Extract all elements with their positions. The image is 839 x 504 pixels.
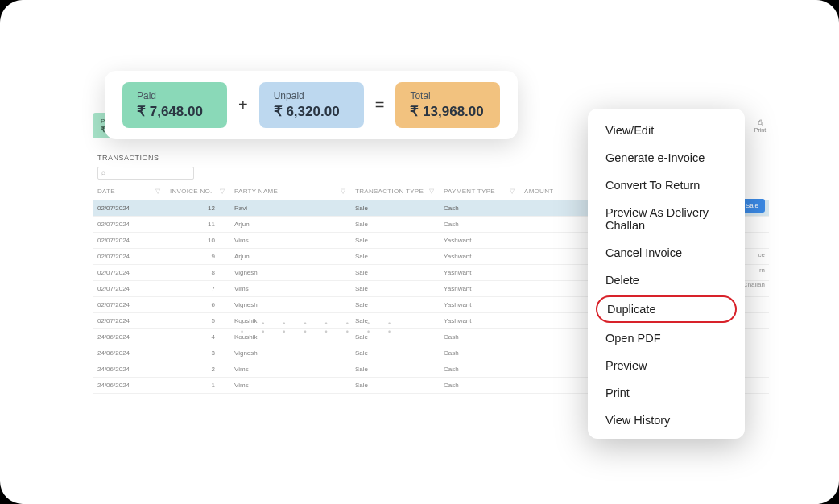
equals-operator: =: [375, 96, 385, 114]
filter-icon[interactable]: ▽: [155, 188, 160, 195]
cell-invoice-no: 10: [165, 233, 229, 249]
menu-item-view-edit[interactable]: View/Edit: [588, 117, 745, 144]
cell-invoice-no: 12: [165, 200, 229, 217]
cell-date: 24/06/2024: [93, 329, 165, 345]
plus-operator: +: [238, 96, 248, 114]
cell-ttype: Sale: [350, 378, 439, 394]
cell-party: Vims: [229, 233, 350, 249]
cell-ptype: Yashwant: [439, 313, 519, 329]
cell-ttype: Sale: [350, 345, 439, 361]
cell-ttype: Sale: [350, 249, 439, 265]
paid-card: Paid ₹ 7,648.00: [122, 82, 227, 128]
cell-ptype: Cash: [439, 217, 519, 233]
cell-date: 24/06/2024: [93, 345, 165, 361]
col-party-name[interactable]: PARTY NAME▽: [229, 183, 350, 200]
cell-ttype: Sale: [350, 217, 439, 233]
menu-item-delete[interactable]: Delete: [588, 266, 745, 294]
cell-invoice-no: 1: [165, 378, 229, 394]
cell-invoice-no: 9: [165, 249, 229, 265]
cell-date: 24/06/2024: [93, 378, 165, 394]
cell-party: Vims: [229, 378, 350, 394]
cell-party: Vims: [229, 361, 350, 378]
app-window: Paid ₹ 7,648.00 + Unpaid ₹ 6,320.00 = To…: [0, 0, 839, 504]
cell-ttype: Sale: [350, 297, 439, 313]
cell-ptype: Yashwant: [439, 233, 519, 249]
cell-party: Vims: [229, 281, 350, 297]
search-input[interactable]: ⌕: [97, 167, 194, 180]
cell-party: Vignesh: [229, 345, 350, 361]
cell-invoice-no: 6: [165, 297, 229, 313]
paid-label: Paid: [137, 90, 213, 101]
cell-date: 02/07/2024: [93, 281, 165, 297]
menu-item-open-pdf[interactable]: Open PDF: [588, 324, 745, 352]
cell-ttype: Sale: [350, 361, 439, 378]
menu-item-preview[interactable]: Preview: [588, 352, 745, 379]
cell-invoice-no: 2: [165, 361, 229, 378]
col-invoice-no[interactable]: INVOICE NO.▽: [165, 183, 229, 200]
cell-invoice-no: 8: [165, 265, 229, 281]
col-date[interactable]: DATE▽: [93, 183, 165, 200]
unpaid-card: Unpaid ₹ 6,320.00: [259, 82, 364, 128]
menu-item-generate-e-invoice[interactable]: Generate e-Invoice: [588, 144, 745, 171]
total-card: Total ₹ 13,968.00: [395, 82, 500, 128]
unpaid-value: ₹ 6,320.00: [274, 103, 349, 120]
col-payment-type[interactable]: PAYMENT TYPE▽: [439, 183, 519, 200]
decorative-dots: • • • • • • • • • • • • • • • •: [241, 320, 395, 336]
print-button[interactable]: ⎙ Print: [752, 118, 768, 141]
cell-party: Arjun: [229, 217, 350, 233]
summary-popup: Paid ₹ 7,648.00 + Unpaid ₹ 6,320.00 = To…: [105, 71, 518, 139]
col-transaction-type[interactable]: TRANSACTION TYPE▽: [350, 183, 439, 200]
cell-date: 02/07/2024: [93, 249, 165, 265]
cell-date: 24/06/2024: [93, 361, 165, 378]
cell-ttype: Sale: [350, 233, 439, 249]
cell-invoice-no: 7: [165, 281, 229, 297]
cell-date: 02/07/2024: [93, 313, 165, 329]
cell-invoice-no: 3: [165, 345, 229, 361]
menu-item-convert-to-return[interactable]: Convert To Return: [588, 171, 745, 199]
cell-date: 02/07/2024: [93, 265, 165, 281]
filter-icon[interactable]: ▽: [220, 188, 225, 195]
cell-date: 02/07/2024: [93, 217, 165, 233]
cell-ptype: Yashwant: [439, 297, 519, 313]
menu-item-cancel-invoice[interactable]: Cancel Invoice: [588, 239, 745, 266]
cell-invoice-no: 4: [165, 329, 229, 345]
toolbar: ⎙ Print: [752, 118, 768, 141]
cell-party: Vignesh: [229, 265, 350, 281]
cell-party: Vignesh: [229, 297, 350, 313]
print-label: Print: [752, 127, 768, 133]
cell-ptype: Yashwant: [439, 249, 519, 265]
cell-ttype: Sale: [350, 265, 439, 281]
cell-invoice-no: 5: [165, 313, 229, 329]
cell-party: Arjun: [229, 249, 350, 265]
menu-item-view-history[interactable]: View History: [588, 407, 745, 434]
cell-ptype: Cash: [439, 378, 519, 394]
total-label: Total: [410, 90, 486, 101]
cell-ptype: Yashwant: [439, 265, 519, 281]
total-value: ₹ 13,968.00: [410, 103, 486, 120]
cell-ptype: Cash: [439, 200, 519, 217]
context-menu: View/EditGenerate e-InvoiceConvert To Re…: [588, 109, 745, 439]
menu-item-print[interactable]: Print: [588, 379, 745, 407]
menu-item-preview-as-delivery-challan[interactable]: Preview As Delivery Challan: [588, 199, 745, 239]
cell-ptype: Cash: [439, 361, 519, 378]
menu-item-duplicate[interactable]: Duplicate: [596, 295, 737, 323]
cell-invoice-no: 11: [165, 217, 229, 233]
filter-icon[interactable]: ▽: [429, 188, 434, 195]
cell-ttype: Sale: [350, 281, 439, 297]
cell-date: 02/07/2024: [93, 200, 165, 217]
cell-date: 02/07/2024: [93, 233, 165, 249]
filter-icon[interactable]: ▽: [510, 188, 515, 195]
print-icon: ⎙: [752, 118, 768, 127]
cell-party: Ravi: [229, 200, 350, 217]
filter-icon[interactable]: ▽: [341, 188, 345, 195]
cell-ptype: Cash: [439, 345, 519, 361]
cell-ttype: Sale: [350, 200, 439, 217]
cell-ptype: Cash: [439, 329, 519, 345]
unpaid-label: Unpaid: [274, 90, 349, 101]
cell-ptype: Yashwant: [439, 281, 519, 297]
paid-value: ₹ 7,648.00: [137, 103, 213, 120]
cell-date: 02/07/2024: [93, 297, 165, 313]
